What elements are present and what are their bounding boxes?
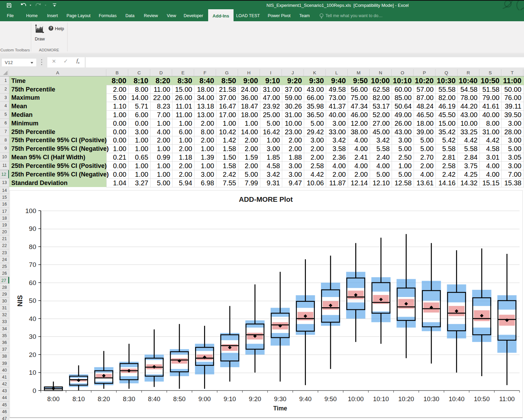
svg-text:40: 40 [29,315,36,322]
svg-text:70: 70 [29,261,36,268]
svg-text:10:30: 10:30 [424,395,439,403]
svg-text:Time: Time [273,405,287,412]
svg-text:60: 60 [29,279,36,286]
svg-text:11:00: 11:00 [499,395,515,403]
svg-text:9:30: 9:30 [274,395,286,403]
svg-text:90: 90 [29,225,36,232]
svg-text:0: 0 [33,387,36,394]
svg-text:9:40: 9:40 [299,395,311,403]
svg-text:10: 10 [29,369,36,376]
svg-text:ADD-MORE Plot: ADD-MORE Plot [239,195,293,203]
svg-text:30: 30 [29,333,36,340]
svg-text:8:10: 8:10 [72,395,85,403]
svg-text:8:50: 8:50 [173,395,186,403]
svg-text:100: 100 [25,207,36,214]
svg-text:9:50: 9:50 [324,395,337,403]
svg-text:80: 80 [29,243,36,250]
svg-text:8:40: 8:40 [148,395,160,403]
svg-text:50: 50 [29,297,36,304]
svg-text:8:00: 8:00 [47,395,60,403]
svg-text:NIS: NIS [16,295,24,306]
svg-text:10:40: 10:40 [449,395,464,403]
svg-text:9:20: 9:20 [249,395,261,403]
svg-text:10:50: 10:50 [474,395,490,403]
svg-text:8:30: 8:30 [123,395,135,403]
svg-text:9:10: 9:10 [224,395,236,403]
svg-text:8:20: 8:20 [98,395,110,403]
svg-text:10:20: 10:20 [398,395,414,403]
svg-text:10:10: 10:10 [373,395,389,403]
svg-text:20: 20 [29,351,36,358]
svg-text:?: ? [50,26,52,30]
svg-text:10:00: 10:00 [348,395,364,403]
svg-text:9:00: 9:00 [199,395,211,403]
